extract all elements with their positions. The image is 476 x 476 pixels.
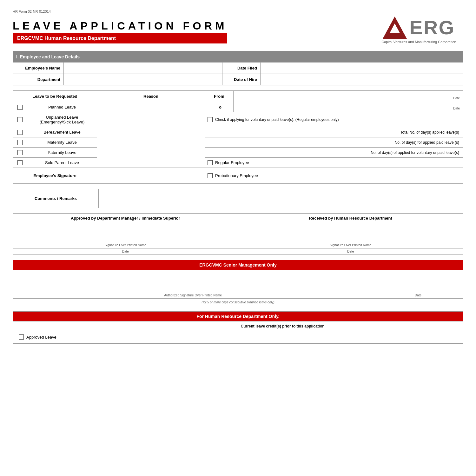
total-days-label: Total No. of day(s) applied leave(s) bbox=[208, 130, 460, 135]
regular-employee-label: Regular Employee bbox=[215, 160, 249, 165]
solo-parent-leave-checkbox[interactable] bbox=[17, 160, 23, 165]
solo-parent-leave-label: Solo Parent Leave bbox=[27, 158, 97, 168]
leave-requested-header: Leave to be Requested bbox=[13, 91, 97, 102]
probationary-employee-cell: Probationary Employee bbox=[205, 168, 463, 184]
regular-employee-cell: Regular Employee bbox=[205, 158, 463, 168]
date-filed-label: Date Filed bbox=[222, 63, 261, 74]
form-title: LEAVE APPLICATION FORM bbox=[13, 20, 227, 32]
hr-sig-label: Signature Over Printed Name bbox=[241, 243, 460, 247]
maternity-leave-checkbox-cell[interactable] bbox=[13, 137, 27, 148]
paternity-leave-checkbox-cell[interactable] bbox=[13, 148, 27, 158]
logo-letters: ERG bbox=[409, 18, 455, 37]
regular-employee-checkbox[interactable] bbox=[208, 160, 213, 165]
approved-leave-cell[interactable]: Approved Leave bbox=[13, 321, 238, 344]
auth-sig-label: Authorized Signature Over Printed Name bbox=[16, 294, 370, 297]
date-filed-value[interactable] bbox=[261, 63, 463, 74]
paternity-leave-checkbox[interactable] bbox=[17, 150, 23, 155]
employee-signature-label: Employee's Signature bbox=[13, 168, 97, 184]
leave-table: Leave to be Requested Reason From Date P… bbox=[13, 90, 463, 184]
hr-received-header: Received by Human Resource Department bbox=[238, 214, 463, 223]
department-value[interactable] bbox=[64, 74, 222, 85]
senior-date-cell[interactable]: Date bbox=[373, 270, 463, 299]
senior-date-label: Date bbox=[376, 294, 460, 297]
dept-manager-date[interactable]: Date bbox=[13, 248, 238, 255]
employee-name-label: Employee's Name bbox=[13, 63, 64, 74]
senior-note: (for 5 or more days consecutive planned … bbox=[13, 299, 463, 306]
bereavement-leave-checkbox[interactable] bbox=[17, 130, 23, 135]
voluntary-unpaid-checkbox[interactable] bbox=[208, 117, 213, 122]
logo-subtext: Capital Ventures and Manufacturing Corpo… bbox=[381, 40, 456, 44]
hr-date-label: Date bbox=[240, 250, 462, 253]
dept-manager-header: Approved by Department Manager / Immedia… bbox=[13, 214, 238, 223]
logo-area: ERG Capital Ventures and Manufacturing C… bbox=[374, 17, 463, 44]
total-days-cell: Total No. of day(s) applied leave(s) bbox=[205, 127, 463, 137]
department-label: Department bbox=[13, 74, 64, 85]
planned-leave-label: Planned Leave bbox=[27, 102, 97, 112]
unpaid-days-label: No. of day(s) of applied for voluntary u… bbox=[208, 150, 460, 155]
planned-leave-checkbox-cell[interactable] bbox=[13, 102, 27, 112]
probationary-employee-label: Probationary Employee bbox=[215, 173, 258, 178]
employee-details-table: I. Employee and Leave Details Employee's… bbox=[13, 51, 463, 85]
logo-triangle bbox=[383, 17, 407, 39]
unplanned-leave-label: Unplanned Leave(Emergency/Sick Leave) bbox=[27, 112, 97, 127]
employee-signature-input[interactable] bbox=[97, 168, 205, 184]
unplanned-leave-checkbox[interactable] bbox=[17, 117, 23, 122]
bereavement-leave-label: Bereavement Leave bbox=[27, 127, 97, 137]
paternity-leave-label: Paternity Leave bbox=[27, 148, 97, 158]
dept-banner: ERGCVMC Human Resource Department bbox=[13, 33, 227, 43]
form-number: HR Form 02-NR-012014 bbox=[13, 10, 463, 13]
auth-sig-cell[interactable]: Authorized Signature Over Printed Name bbox=[13, 270, 373, 299]
comments-table: Comments / Remarks bbox=[13, 189, 463, 208]
approved-leave-checkbox[interactable] bbox=[19, 334, 24, 340]
comments-label: Comments / Remarks bbox=[13, 189, 99, 208]
probationary-employee-checkbox[interactable] bbox=[208, 173, 213, 178]
date-sublabel-to: Date bbox=[237, 107, 460, 110]
from-header: From bbox=[205, 91, 234, 102]
dept-sig-label: Signature Over Printed Name bbox=[16, 243, 235, 247]
date-of-hire-value[interactable] bbox=[261, 74, 463, 85]
from-date-area[interactable]: Date bbox=[234, 91, 463, 102]
date-of-hire-label: Date of Hire bbox=[222, 74, 261, 85]
bereavement-leave-checkbox-cell[interactable] bbox=[13, 127, 27, 137]
approved-leave-label: Approved Leave bbox=[26, 335, 56, 340]
paid-days-label: No. of day(s) for applied paid leave (s) bbox=[208, 140, 460, 145]
hr-date[interactable]: Date bbox=[238, 248, 463, 255]
unpaid-days-cell: No. of day(s) of applied for voluntary u… bbox=[205, 148, 463, 158]
senior-mgmt-banner: ERGCVMC Senior Management Only bbox=[13, 260, 463, 270]
paid-days-cell: No. of day(s) for applied paid leave (s) bbox=[205, 137, 463, 148]
page-header: LEAVE APPLICATION FORM ERGCVMC Human Res… bbox=[13, 17, 463, 49]
reason-input-cell[interactable] bbox=[97, 102, 205, 168]
voluntary-unpaid-label: Check if applying for voluntary unpaid l… bbox=[215, 117, 339, 122]
comments-input[interactable] bbox=[99, 189, 463, 208]
approved-leave-row: Approved Leave bbox=[16, 332, 235, 342]
senior-mgmt-table: ERGCVMC Senior Management Only Authorize… bbox=[13, 260, 463, 306]
maternity-leave-label: Maternity Leave bbox=[27, 137, 97, 148]
hr-sig-cell[interactable]: Signature Over Printed Name bbox=[238, 223, 463, 248]
section1-header: I. Employee and Leave Details bbox=[13, 51, 463, 63]
current-credit-cell: Current leave credit(s) prior to this ap… bbox=[238, 321, 463, 344]
unplanned-leave-checkbox-cell[interactable] bbox=[13, 112, 27, 127]
hr-only-banner: For Human Resource Department Only. bbox=[13, 312, 463, 321]
dept-date-label: Date bbox=[14, 250, 237, 253]
logo-triangle-container bbox=[383, 17, 407, 39]
voluntary-unpaid-cell: Check if applying for voluntary unpaid l… bbox=[205, 112, 463, 127]
solo-parent-leave-checkbox-cell[interactable] bbox=[13, 158, 27, 168]
dept-manager-sig-cell[interactable]: Signature Over Printed Name bbox=[13, 223, 238, 248]
logo-triangle-inner bbox=[390, 23, 400, 33]
to-header: To bbox=[205, 102, 234, 112]
approval-table: Approved by Department Manager / Immedia… bbox=[13, 213, 463, 255]
planned-leave-checkbox[interactable] bbox=[17, 105, 23, 110]
maternity-leave-checkbox[interactable] bbox=[17, 140, 23, 145]
hr-only-table: For Human Resource Department Only. Appr… bbox=[13, 311, 463, 344]
title-area: LEAVE APPLICATION FORM ERGCVMC Human Res… bbox=[13, 17, 227, 49]
logo-graphic: ERG bbox=[383, 17, 455, 39]
date-sublabel-from: Date bbox=[237, 96, 460, 100]
to-date-area[interactable]: Date bbox=[234, 102, 463, 112]
employee-name-value[interactable] bbox=[64, 63, 222, 74]
reason-header: Reason bbox=[97, 91, 205, 102]
